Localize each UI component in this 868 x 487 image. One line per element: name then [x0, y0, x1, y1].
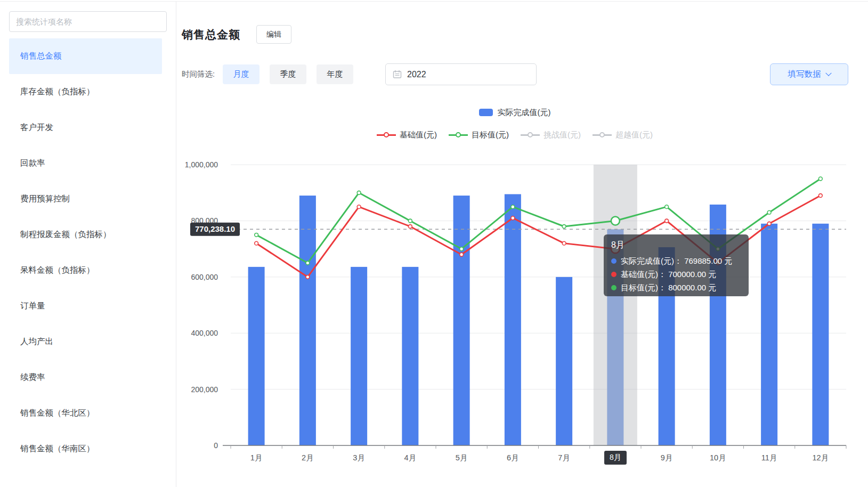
average-badge-label: 770,238.10 — [195, 224, 235, 233]
search-box — [9, 11, 167, 32]
legend-line-marker-exceed — [593, 132, 612, 137]
bar-6月[interactable] — [505, 194, 521, 445]
point-目标值(元)-12月 — [818, 177, 822, 181]
calendar-icon — [393, 70, 402, 79]
point-基础值(元)-12月 — [818, 194, 822, 198]
x-label-2月: 2月 — [282, 451, 333, 465]
tab-monthly[interactable]: 月度 — [223, 64, 259, 84]
point-基础值(元)-7月 — [562, 241, 566, 245]
hover-point — [611, 216, 620, 225]
point-基础值(元)-9月 — [665, 219, 669, 223]
legend-item-base[interactable]: 基础值(元) — [377, 130, 437, 140]
tab-quarterly[interactable]: 季度 — [270, 64, 306, 84]
bar-12月[interactable] — [812, 224, 829, 445]
search-input[interactable] — [10, 12, 166, 31]
sidebar-item-sales-total[interactable]: 销售总金额 — [9, 38, 162, 74]
x-label-10月: 10月 — [692, 451, 743, 465]
sidebar-menu: 销售总金额 库存金额（负指标） 客户开发 回款率 费用预算控制 制程报废金额（负… — [0, 38, 176, 467]
year-value: 2022 — [407, 70, 426, 79]
x-label-5月: 5月 — [436, 451, 487, 465]
sidebar-item-order-volume[interactable]: 订单量 — [9, 288, 162, 324]
point-基础值(元)-3月 — [357, 205, 361, 209]
main-panel: 销售总金额 编辑 时间筛选: 月度 季度 年度 2022 填写数据 实 — [176, 2, 868, 487]
point-目标值(元)-4月 — [408, 219, 412, 223]
fill-data-button[interactable]: 填写数据 — [770, 63, 848, 85]
bar-11月[interactable] — [761, 224, 777, 445]
x-label-7月: 7月 — [539, 451, 590, 465]
x-label-4月: 4月 — [385, 451, 436, 465]
legend-item-exceed[interactable]: 超越值(元) — [593, 130, 653, 140]
point-目标值(元)-11月 — [767, 210, 771, 214]
x-axis-labels: 1月2月3月4月5月6月7月8月9月10月11月12月 — [231, 451, 846, 465]
point-目标值(元)-2月 — [306, 261, 310, 265]
point-目标值(元)-10月 — [716, 247, 720, 251]
point-目标值(元)-1月 — [255, 233, 258, 237]
legend-line-marker-challenge — [521, 132, 540, 137]
legend-line-marker-base — [377, 132, 396, 137]
sidebar: 销售总金额 库存金额（负指标） 客户开发 回款率 费用预算控制 制程报废金额（负… — [0, 2, 176, 487]
point-目标值(元)-3月 — [357, 191, 361, 194]
y-axis-label: 1,000,000 — [185, 160, 218, 169]
y-axis-label: 400,000 — [191, 329, 218, 337]
point-基础值(元)-4月 — [408, 225, 412, 229]
sidebar-item-budget-control[interactable]: 费用预算控制 — [9, 181, 162, 217]
sidebar-item-dead-stock[interactable]: 呆料金额（负指标） — [9, 253, 162, 288]
bar-5月[interactable] — [453, 196, 470, 445]
bar-10月[interactable] — [710, 205, 726, 445]
point-基础值(元)-10月 — [716, 261, 720, 265]
hover-point — [611, 245, 620, 253]
y-axis-label: 600,000 — [191, 273, 218, 281]
sidebar-item-collection-rate[interactable]: 回款率 — [9, 145, 162, 181]
y-axis-label: 200,000 — [191, 385, 218, 394]
chart-svg: 0200,000400,000600,000800,0001,000,00077… — [176, 158, 846, 449]
sidebar-item-sales-south[interactable]: 销售金额（华南区） — [9, 431, 162, 467]
x-label-8月: 8月 — [590, 451, 641, 465]
filter-row: 时间筛选: 月度 季度 年度 2022 — [182, 63, 363, 85]
legend-bar-label[interactable]: 实际完成值(元) — [498, 108, 551, 118]
title-row: 销售总金额 编辑 — [182, 25, 291, 44]
point-基础值(元)-2月 — [306, 275, 310, 279]
point-目标值(元)-9月 — [665, 205, 669, 209]
point-目标值(元)-6月 — [511, 205, 515, 209]
legend-line-row: 基础值(元) 目标值(元) 挑战值(元) 超越值(元) — [182, 128, 848, 141]
legend-item-challenge[interactable]: 挑战值(元) — [521, 130, 581, 140]
hover-band — [594, 165, 637, 445]
bar-7月[interactable] — [556, 277, 572, 445]
bar-9月[interactable] — [659, 247, 675, 445]
page-title: 销售总金额 — [182, 27, 240, 42]
point-基础值(元)-1月 — [255, 241, 258, 245]
sidebar-item-scrap-amount[interactable]: 制程报废金额（负指标） — [9, 217, 162, 253]
x-label-3月: 3月 — [334, 451, 385, 465]
time-filter-label: 时间筛选: — [182, 69, 215, 79]
point-目标值(元)-5月 — [460, 247, 464, 251]
x-label-11月: 11月 — [744, 451, 795, 465]
sidebar-item-inventory[interactable]: 库存金额（负指标） — [9, 74, 162, 110]
tab-yearly[interactable]: 年度 — [317, 64, 353, 84]
chevron-down-icon — [825, 70, 831, 76]
bar-3月[interactable] — [351, 267, 367, 445]
legend-bar-marker — [479, 109, 493, 116]
sidebar-item-customer-dev[interactable]: 客户开发 — [9, 110, 162, 145]
bar-2月[interactable] — [299, 196, 316, 445]
sales-chart: 0200,000400,000600,000800,0001,000,00077… — [176, 158, 846, 478]
x-label-6月: 6月 — [487, 451, 538, 465]
legend-item-target[interactable]: 目标值(元) — [449, 130, 509, 140]
edit-button[interactable]: 编辑 — [256, 25, 291, 44]
y-axis-label: 0 — [214, 441, 218, 450]
point-基础值(元)-6月 — [511, 216, 515, 220]
legend-bar-row: 实际完成值(元) — [182, 106, 848, 119]
bar-1月[interactable] — [248, 267, 265, 445]
x-label-1月: 1月 — [231, 451, 282, 465]
x-label-12月: 12月 — [795, 451, 846, 465]
point-基础值(元)-5月 — [460, 253, 464, 256]
year-picker[interactable]: 2022 — [385, 63, 537, 85]
point-目标值(元)-7月 — [562, 225, 566, 229]
sidebar-item-renewal-rate[interactable]: 续费率 — [9, 360, 162, 395]
point-基础值(元)-11月 — [767, 222, 771, 225]
sidebar-item-per-capita-output[interactable]: 人均产出 — [9, 324, 162, 360]
sidebar-item-sales-north[interactable]: 销售金额（华北区） — [9, 395, 162, 431]
legend-line-marker-target — [449, 132, 468, 137]
bar-4月[interactable] — [402, 267, 418, 445]
x-label-9月: 9月 — [641, 451, 692, 465]
